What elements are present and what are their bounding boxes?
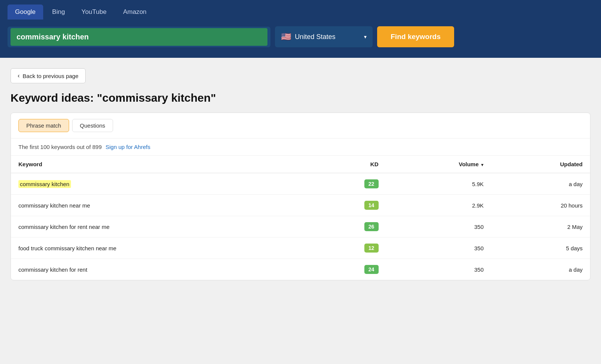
country-select[interactable]: 🇺🇸 United States ▾ <box>275 26 373 47</box>
tab-bing[interactable]: Bing <box>45 5 72 20</box>
volume-cell: 350 <box>386 216 491 238</box>
table-row: commissary kitchen near me142.9K20 hours <box>11 195 590 216</box>
table-row: commissary kitchen225.9Ka day <box>11 173 590 195</box>
kd-badge: 14 <box>364 201 379 210</box>
sort-arrow-icon: ▾ <box>481 162 483 167</box>
keyword-cell: commissary kitchen for rent near me <box>11 216 309 238</box>
keyword-ideas-box: Phrase match Questions The first 100 key… <box>11 113 590 280</box>
tab-google[interactable]: Google <box>8 5 43 20</box>
tab-phrase-match[interactable]: Phrase match <box>18 119 69 132</box>
updated-cell: 5 days <box>491 238 590 259</box>
table-row: commissary kitchen for rent near me26350… <box>11 216 590 238</box>
search-input-wrap <box>8 27 270 47</box>
back-label: Back to previous page <box>23 73 78 79</box>
kd-cell: 12 <box>309 238 386 259</box>
kd-cell: 26 <box>309 216 386 238</box>
updated-cell: a day <box>491 173 590 195</box>
signup-link[interactable]: Sign up for Ahrefs <box>106 144 150 150</box>
kd-cell: 14 <box>309 195 386 216</box>
info-text: The first 100 keywords out of 899 <box>18 144 102 150</box>
chevron-down-icon: ▾ <box>364 34 367 40</box>
keyword-cell: food truck commissary kitchen near me <box>11 238 309 259</box>
content: ‹ Back to previous page Keyword ideas: "… <box>0 58 601 291</box>
kd-badge: 12 <box>364 244 379 253</box>
col-updated: Updated <box>491 156 590 173</box>
keyword-cell: commissary kitchen near me <box>11 195 309 216</box>
table-row: commissary kitchen for rent24350a day <box>11 259 590 280</box>
col-keyword: Keyword <box>11 156 309 173</box>
header: Google Bing YouTube Amazon 🇺🇸 United Sta… <box>0 0 601 58</box>
updated-cell: 20 hours <box>491 195 590 216</box>
kd-cell: 22 <box>309 173 386 195</box>
table-header-row: Keyword KD Volume ▾ Updated <box>11 156 590 173</box>
info-row: The first 100 keywords out of 899 Sign u… <box>11 138 590 156</box>
search-input[interactable] <box>11 28 267 46</box>
search-bar-area: 🇺🇸 United States ▾ Find keywords <box>0 20 601 58</box>
highlighted-keyword: commissary kitchen <box>18 180 71 188</box>
tab-questions[interactable]: Questions <box>72 119 113 132</box>
keyword-cell: commissary kitchen for rent <box>11 259 309 280</box>
flag-icon: 🇺🇸 <box>281 32 291 42</box>
col-volume[interactable]: Volume ▾ <box>386 156 491 173</box>
country-label: United States <box>295 33 360 41</box>
page-title: Keyword ideas: "commissary kitchen" <box>11 92 590 104</box>
col-kd: KD <box>309 156 386 173</box>
tab-youtube[interactable]: YouTube <box>74 5 114 20</box>
volume-cell: 350 <box>386 238 491 259</box>
keyword-cell: commissary kitchen <box>11 173 309 195</box>
keywords-table: Keyword KD Volume ▾ Updated commissary k… <box>11 156 590 280</box>
kd-badge: 22 <box>364 179 379 188</box>
kd-badge: 26 <box>364 222 379 231</box>
table-row: food truck commissary kitchen near me123… <box>11 238 590 259</box>
back-arrow-icon: ‹ <box>18 72 20 79</box>
updated-cell: 2 May <box>491 216 590 238</box>
kd-cell: 24 <box>309 259 386 280</box>
kd-badge: 24 <box>364 265 379 274</box>
tab-amazon[interactable]: Amazon <box>116 5 154 20</box>
nav-tabs: Google Bing YouTube Amazon <box>0 0 601 20</box>
volume-cell: 350 <box>386 259 491 280</box>
volume-cell: 2.9K <box>386 195 491 216</box>
back-button[interactable]: ‹ Back to previous page <box>11 68 86 83</box>
find-keywords-button[interactable]: Find keywords <box>377 26 454 47</box>
tab-row: Phrase match Questions <box>11 113 590 138</box>
updated-cell: a day <box>491 259 590 280</box>
volume-cell: 5.9K <box>386 173 491 195</box>
